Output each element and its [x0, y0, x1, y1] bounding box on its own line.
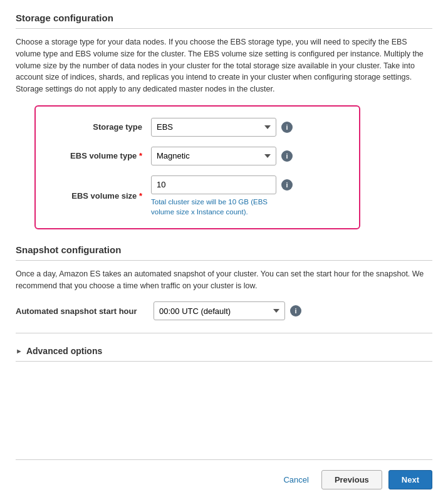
storage-type-label: Storage type	[51, 122, 151, 132]
snapshot-row: Automated snapshot start hour 00:00 UTC …	[16, 301, 432, 320]
storage-type-control: EBS Instance i	[151, 118, 293, 137]
ebs-volume-type-required: *	[139, 151, 142, 160]
storage-type-info-icon[interactable]: i	[281, 122, 293, 133]
storage-config-box: Storage type EBS Instance i EBS volume t…	[34, 105, 360, 229]
storage-type-row: Storage type EBS Instance i	[51, 118, 344, 137]
ebs-volume-size-hint: Total cluster size will be 10 GB (EBS vo…	[151, 197, 289, 217]
ebs-volume-size-label: EBS volume size *	[51, 191, 151, 201]
ebs-volume-type-label: EBS volume type *	[51, 151, 151, 160]
snapshot-section-title: Snapshot configuration	[16, 244, 432, 255]
snapshot-info-icon[interactable]: i	[290, 305, 301, 316]
storage-description: Choose a storage type for your data node…	[16, 36, 432, 95]
previous-button[interactable]: Previous	[321, 470, 382, 489]
snapshot-divider	[16, 260, 432, 261]
ebs-volume-size-info-icon[interactable]: i	[281, 179, 293, 191]
advanced-section: ► Advanced options	[16, 333, 432, 362]
ebs-volume-size-row: EBS volume size * i Total cluster size w…	[51, 175, 344, 217]
advanced-divider	[16, 333, 432, 333]
ebs-volume-type-control: Magnetic General Purpose (SSD) Provision…	[151, 147, 293, 165]
ebs-volume-type-info-icon[interactable]: i	[281, 150, 293, 162]
advanced-bottom-divider	[16, 361, 432, 362]
next-button[interactable]: Next	[388, 470, 432, 489]
ebs-volume-type-row: EBS volume type * Magnetic General Purpo…	[51, 147, 344, 165]
snapshot-description: Once a day, Amazon ES takes an automated…	[16, 268, 432, 292]
advanced-toggle[interactable]: ► Advanced options	[16, 341, 432, 361]
snapshot-label: Automated snapshot start hour	[16, 306, 154, 316]
storage-section-title: Storage configuration	[16, 13, 432, 23]
snapshot-section: Snapshot configuration Once a day, Amazo…	[16, 244, 432, 321]
ebs-volume-size-control: i Total cluster size will be 10 GB (EBS …	[151, 175, 293, 217]
ebs-volume-size-input-row: i	[151, 175, 293, 194]
storage-type-select[interactable]: EBS Instance	[151, 118, 276, 137]
cancel-button[interactable]: Cancel	[277, 471, 315, 489]
footer: Cancel Previous Next	[16, 459, 432, 489]
advanced-label: Advanced options	[26, 346, 102, 356]
ebs-volume-type-select[interactable]: Magnetic General Purpose (SSD) Provision…	[151, 147, 276, 165]
ebs-volume-size-required: *	[139, 191, 142, 201]
snapshot-control: 00:00 UTC (default) 01:00 UTC 02:00 UTC …	[154, 301, 301, 320]
ebs-volume-size-input[interactable]	[151, 175, 276, 194]
advanced-arrow-icon: ►	[16, 347, 23, 355]
storage-divider	[16, 28, 432, 29]
snapshot-select[interactable]: 00:00 UTC (default) 01:00 UTC 02:00 UTC …	[154, 301, 285, 320]
